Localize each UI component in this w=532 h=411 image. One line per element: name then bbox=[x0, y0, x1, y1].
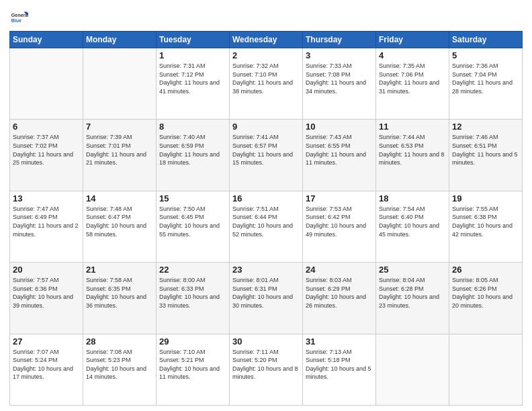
calendar-cell: 17Sunrise: 7:53 AM Sunset: 6:42 PM Dayli… bbox=[303, 191, 376, 262]
calendar-cell: 27Sunrise: 7:07 AM Sunset: 5:24 PM Dayli… bbox=[10, 334, 83, 405]
calendar-header: SundayMondayTuesdayWednesdayThursdayFrid… bbox=[10, 32, 523, 48]
day-info: Sunrise: 7:50 AM Sunset: 6:45 PM Dayligh… bbox=[159, 205, 226, 238]
calendar-week-3: 13Sunrise: 7:47 AM Sunset: 6:49 PM Dayli… bbox=[10, 191, 523, 262]
day-number: 30 bbox=[232, 336, 300, 347]
day-info: Sunrise: 8:00 AM Sunset: 6:33 PM Dayligh… bbox=[159, 276, 226, 310]
calendar-cell: 31Sunrise: 7:13 AM Sunset: 5:18 PM Dayli… bbox=[303, 334, 376, 405]
day-info: Sunrise: 7:53 AM Sunset: 6:42 PM Dayligh… bbox=[306, 205, 373, 238]
day-info: Sunrise: 7:58 AM Sunset: 6:35 PM Dayligh… bbox=[86, 276, 153, 310]
day-number: 14 bbox=[86, 193, 153, 203]
calendar-cell: 3Sunrise: 7:33 AM Sunset: 7:08 PM Daylig… bbox=[303, 48, 376, 120]
day-number: 23 bbox=[232, 265, 300, 275]
calendar-cell: 7Sunrise: 7:39 AM Sunset: 7:01 PM Daylig… bbox=[83, 120, 157, 191]
weekday-monday: Monday bbox=[83, 32, 157, 48]
day-number: 6 bbox=[13, 122, 80, 132]
day-number: 17 bbox=[306, 193, 373, 203]
day-info: Sunrise: 7:32 AM Sunset: 7:10 PM Dayligh… bbox=[232, 62, 300, 95]
calendar-cell: 26Sunrise: 8:05 AM Sunset: 6:26 PM Dayli… bbox=[449, 263, 523, 334]
day-number: 4 bbox=[379, 50, 446, 60]
day-number: 10 bbox=[306, 122, 373, 132]
day-number: 8 bbox=[159, 122, 226, 132]
day-info: Sunrise: 7:36 AM Sunset: 7:04 PM Dayligh… bbox=[452, 62, 519, 95]
day-number: 2 bbox=[232, 50, 300, 60]
day-info: Sunrise: 7:48 AM Sunset: 6:47 PM Dayligh… bbox=[86, 205, 153, 238]
weekday-wednesday: Wednesday bbox=[230, 32, 303, 48]
day-number: 19 bbox=[452, 193, 519, 203]
day-number: 21 bbox=[86, 265, 153, 275]
calendar-cell: 5Sunrise: 7:36 AM Sunset: 7:04 PM Daylig… bbox=[449, 48, 523, 120]
calendar-cell: 14Sunrise: 7:48 AM Sunset: 6:47 PM Dayli… bbox=[83, 191, 157, 262]
day-info: Sunrise: 7:55 AM Sunset: 6:38 PM Dayligh… bbox=[452, 205, 519, 238]
page-header: General Blue bbox=[9, 7, 523, 27]
day-info: Sunrise: 7:07 AM Sunset: 5:24 PM Dayligh… bbox=[13, 348, 80, 381]
day-info: Sunrise: 7:51 AM Sunset: 6:44 PM Dayligh… bbox=[232, 205, 300, 238]
day-number: 11 bbox=[379, 122, 446, 132]
day-info: Sunrise: 7:46 AM Sunset: 6:51 PM Dayligh… bbox=[452, 133, 519, 167]
day-number: 13 bbox=[13, 193, 80, 203]
weekday-friday: Friday bbox=[376, 32, 449, 48]
calendar-cell: 1Sunrise: 7:31 AM Sunset: 7:12 PM Daylig… bbox=[157, 48, 230, 120]
day-number: 20 bbox=[13, 265, 80, 275]
calendar: SundayMondayTuesdayWednesdayThursdayFrid… bbox=[9, 31, 523, 406]
day-number: 5 bbox=[452, 50, 519, 60]
day-number: 18 bbox=[379, 193, 446, 203]
calendar-cell: 2Sunrise: 7:32 AM Sunset: 7:10 PM Daylig… bbox=[230, 48, 303, 120]
weekday-header-row: SundayMondayTuesdayWednesdayThursdayFrid… bbox=[10, 32, 523, 48]
calendar-cell: 8Sunrise: 7:40 AM Sunset: 6:59 PM Daylig… bbox=[157, 120, 230, 191]
logo: General Blue bbox=[9, 7, 30, 27]
calendar-cell: 9Sunrise: 7:41 AM Sunset: 6:57 PM Daylig… bbox=[230, 120, 303, 191]
calendar-cell bbox=[83, 48, 157, 120]
day-info: Sunrise: 7:08 AM Sunset: 5:23 PM Dayligh… bbox=[86, 348, 153, 381]
day-number: 15 bbox=[159, 193, 226, 203]
calendar-cell: 11Sunrise: 7:44 AM Sunset: 6:53 PM Dayli… bbox=[376, 120, 449, 191]
calendar-cell: 30Sunrise: 7:11 AM Sunset: 5:20 PM Dayli… bbox=[230, 334, 303, 405]
day-info: Sunrise: 7:57 AM Sunset: 6:36 PM Dayligh… bbox=[13, 276, 80, 310]
day-info: Sunrise: 8:01 AM Sunset: 6:31 PM Dayligh… bbox=[232, 276, 300, 310]
day-number: 16 bbox=[232, 193, 300, 203]
day-number: 3 bbox=[306, 50, 373, 60]
calendar-cell bbox=[10, 48, 83, 120]
calendar-cell: 15Sunrise: 7:50 AM Sunset: 6:45 PM Dayli… bbox=[157, 191, 230, 262]
day-number: 9 bbox=[232, 122, 300, 132]
day-info: Sunrise: 7:47 AM Sunset: 6:49 PM Dayligh… bbox=[13, 205, 80, 238]
calendar-cell: 20Sunrise: 7:57 AM Sunset: 6:36 PM Dayli… bbox=[10, 263, 83, 334]
day-info: Sunrise: 8:05 AM Sunset: 6:26 PM Dayligh… bbox=[452, 276, 519, 310]
day-info: Sunrise: 7:33 AM Sunset: 7:08 PM Dayligh… bbox=[306, 62, 373, 95]
day-number: 29 bbox=[159, 336, 226, 347]
day-number: 12 bbox=[452, 122, 519, 132]
calendar-cell: 22Sunrise: 8:00 AM Sunset: 6:33 PM Dayli… bbox=[157, 263, 230, 334]
day-number: 25 bbox=[379, 265, 446, 275]
calendar-cell: 10Sunrise: 7:43 AM Sunset: 6:55 PM Dayli… bbox=[303, 120, 376, 191]
calendar-cell: 21Sunrise: 7:58 AM Sunset: 6:35 PM Dayli… bbox=[83, 263, 157, 334]
calendar-cell: 25Sunrise: 8:04 AM Sunset: 6:28 PM Dayli… bbox=[376, 263, 449, 334]
svg-text:Blue: Blue bbox=[11, 18, 21, 23]
weekday-thursday: Thursday bbox=[303, 32, 376, 48]
day-info: Sunrise: 7:35 AM Sunset: 7:06 PM Dayligh… bbox=[379, 62, 446, 95]
calendar-cell: 18Sunrise: 7:54 AM Sunset: 6:40 PM Dayli… bbox=[376, 191, 449, 262]
weekday-tuesday: Tuesday bbox=[157, 32, 230, 48]
day-info: Sunrise: 7:54 AM Sunset: 6:40 PM Dayligh… bbox=[379, 205, 446, 238]
day-number: 7 bbox=[86, 122, 153, 132]
calendar-week-1: 1Sunrise: 7:31 AM Sunset: 7:12 PM Daylig… bbox=[10, 48, 523, 120]
calendar-body: 1Sunrise: 7:31 AM Sunset: 7:12 PM Daylig… bbox=[10, 48, 523, 406]
day-number: 28 bbox=[86, 336, 153, 347]
day-number: 24 bbox=[306, 265, 373, 275]
calendar-week-4: 20Sunrise: 7:57 AM Sunset: 6:36 PM Dayli… bbox=[10, 263, 523, 334]
day-number: 26 bbox=[452, 265, 519, 275]
day-info: Sunrise: 7:43 AM Sunset: 6:55 PM Dayligh… bbox=[306, 133, 373, 167]
day-number: 1 bbox=[159, 50, 226, 60]
day-info: Sunrise: 7:40 AM Sunset: 6:59 PM Dayligh… bbox=[159, 133, 226, 167]
day-info: Sunrise: 7:41 AM Sunset: 6:57 PM Dayligh… bbox=[232, 133, 300, 167]
calendar-cell: 24Sunrise: 8:03 AM Sunset: 6:29 PM Dayli… bbox=[303, 263, 376, 334]
day-info: Sunrise: 7:13 AM Sunset: 5:18 PM Dayligh… bbox=[306, 348, 373, 381]
calendar-cell: 12Sunrise: 7:46 AM Sunset: 6:51 PM Dayli… bbox=[449, 120, 523, 191]
day-info: Sunrise: 7:39 AM Sunset: 7:01 PM Dayligh… bbox=[86, 133, 153, 167]
day-info: Sunrise: 7:31 AM Sunset: 7:12 PM Dayligh… bbox=[159, 62, 226, 95]
day-number: 31 bbox=[306, 336, 373, 347]
day-info: Sunrise: 8:04 AM Sunset: 6:28 PM Dayligh… bbox=[379, 276, 446, 310]
day-info: Sunrise: 7:11 AM Sunset: 5:20 PM Dayligh… bbox=[232, 348, 300, 381]
svg-rect-0 bbox=[10, 9, 27, 26]
calendar-cell: 19Sunrise: 7:55 AM Sunset: 6:38 PM Dayli… bbox=[449, 191, 523, 262]
day-info: Sunrise: 7:37 AM Sunset: 7:02 PM Dayligh… bbox=[13, 133, 80, 167]
day-number: 27 bbox=[13, 336, 80, 347]
